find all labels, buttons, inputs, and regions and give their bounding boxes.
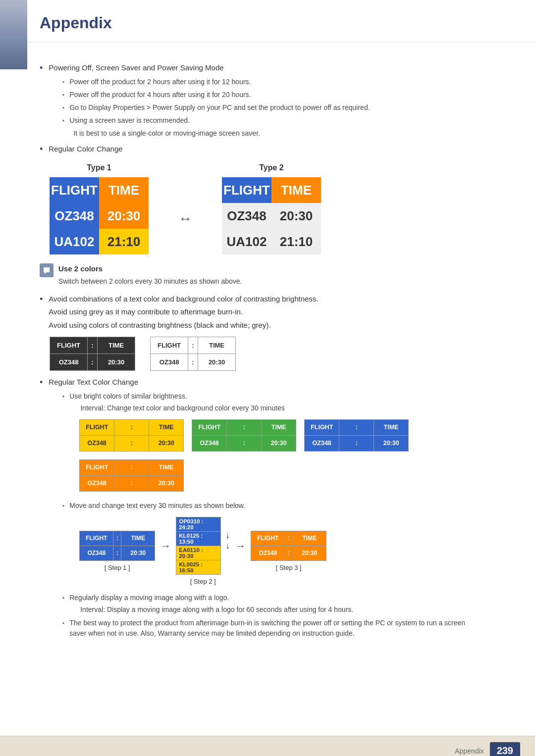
type2-block: Type 2 FLIGHT TIME OZ348 20:30 UA102 21:… xyxy=(222,163,321,254)
step2-table: OP0310 : 24:20 KL0125 : 13:50 EA0110 : 2… xyxy=(176,517,221,575)
type2-time-header: TIME xyxy=(271,177,321,203)
ct4-colon2: : xyxy=(114,475,149,491)
type2-time1: 20:30 xyxy=(271,203,321,229)
type1-time1: 20:30 xyxy=(99,203,149,229)
ct1-colon2: : xyxy=(114,435,149,451)
step2-row1: OP0310 : 24:20 xyxy=(176,517,221,531)
dark-table: FLIGHT : TIME OZ348 : 20:30 xyxy=(50,337,135,371)
sub-bullet-4-4: ▪ xyxy=(62,620,64,626)
ct3-oz: OZ348 xyxy=(305,435,339,451)
step3-label: [ Step 3 ] xyxy=(276,564,302,571)
type-comparison-arrow: ↔ xyxy=(178,211,192,227)
sub-text-4-3: Regularly display a moving image along w… xyxy=(69,593,353,603)
step1-block: FLIGHT : TIME OZ348 : 20:30 xyxy=(79,531,155,571)
bullet-4-label: Regular Text Color Change xyxy=(49,377,505,388)
sub-item-1-2: ▪ Power off the product for 4 hours afte… xyxy=(62,90,370,100)
type2-flight-header: FLIGHT xyxy=(222,177,271,203)
type2-table: FLIGHT TIME OZ348 20:30 UA102 21:10 xyxy=(222,177,321,254)
ct1-flight: FLIGHT xyxy=(80,419,114,435)
ct2-time: TIME xyxy=(262,419,296,435)
step2-down-arrows: ↓ ↓ xyxy=(225,530,230,551)
color-table-1: FLIGHT : TIME OZ348 : 20:30 xyxy=(79,419,184,452)
ct4-val: 20:30 xyxy=(149,475,184,491)
sub-text-4-1: Use bright colors of similar brightness. xyxy=(69,391,505,402)
color-table-3: FLIGHT : TIME OZ348 : 20:30 xyxy=(304,419,409,452)
sub-bullet-4-1: ▪ xyxy=(62,393,64,399)
sub-bullet-1-1: ▪ xyxy=(62,79,64,85)
bullet-item-4: • Regular Text Color Change ▪ Use bright… xyxy=(40,377,505,641)
step3-val: 20:30 xyxy=(293,546,326,560)
step-arrow-2: → xyxy=(235,540,246,553)
step2-label: [ Step 2 ] xyxy=(190,578,216,585)
ct3-val: 20:30 xyxy=(374,435,409,451)
dark-flight: FLIGHT xyxy=(50,337,88,354)
sub-list-4: ▪ Use bright colors of similar brightnes… xyxy=(62,391,505,639)
bullet-item-2: • Regular Color Change xyxy=(40,144,505,155)
type1-oz348: OZ348 xyxy=(50,203,99,229)
type1-time-header: TIME xyxy=(99,177,149,203)
sub-item-1-1: ▪ Power off the product for 2 hours afte… xyxy=(62,77,370,87)
type1-label: Type 1 xyxy=(87,163,111,172)
page-number: 239 xyxy=(490,742,520,756)
ct4-time: TIME xyxy=(149,459,184,475)
bullet-dot-1: • xyxy=(40,63,43,73)
sub-bullet-4-3: ▪ xyxy=(62,595,64,601)
sub-text-1-4: Using a screen saver is recommended. xyxy=(69,115,190,126)
sub-text-4-4: The best way to protect the product from… xyxy=(69,618,476,639)
sub-text-1-2: Power off the product for 4 hours after … xyxy=(69,90,251,100)
footer-label: Appendix xyxy=(455,747,483,755)
main-content: • Powering Off, Screen Saver and Power S… xyxy=(0,43,535,736)
ct1-oz: OZ348 xyxy=(80,435,114,451)
sub-item-4-4: ▪ The best way to protect the product fr… xyxy=(62,618,505,639)
white-oz348: OZ348 xyxy=(151,354,188,371)
step1-time: TIME xyxy=(121,531,155,546)
ct2-colon2: : xyxy=(227,435,262,451)
sub-bullet-4-2: ▪ xyxy=(62,503,64,508)
ct3-colon1: : xyxy=(339,419,374,435)
step3-oz: OZ348 xyxy=(251,546,285,560)
step3-table: FLIGHT : TIME OZ348 : 20:30 xyxy=(251,531,326,561)
color-table-4: FLIGHT : TIME OZ348 : 20:30 xyxy=(79,459,184,492)
ct2-colon1: : xyxy=(227,419,262,435)
bullet-3-line1: Avoid combinations of a text color and b… xyxy=(49,294,318,305)
dark-time: TIME xyxy=(98,337,135,354)
sub-item-4-2: ▪ Move and change text every 30 minutes … xyxy=(62,501,505,590)
sub-bullet-1-2: ▪ xyxy=(62,92,64,98)
bullet-2-label: Regular Color Change xyxy=(49,144,122,155)
type1-time2: 21:10 xyxy=(99,229,149,254)
sub-item-1-3: ▪ Go to Display Properties > Power Suppl… xyxy=(62,102,370,113)
white-time-val: 20:30 xyxy=(198,354,236,371)
dark-time-val: 20:30 xyxy=(98,354,135,371)
step2-row4: KL0025 : 16:50 xyxy=(176,560,221,574)
bullet-item-3: • Avoid combinations of a text color and… xyxy=(40,294,505,331)
bullet-dot-4: • xyxy=(40,377,43,388)
step2-row3: EA0110 : 20:30 xyxy=(176,546,221,560)
color-table-2: FLIGHT : TIME OZ348 : 20:30 xyxy=(192,419,296,452)
step1-table: FLIGHT : TIME OZ348 : 20:30 xyxy=(79,531,155,561)
step3-colon2: : xyxy=(285,546,293,560)
white-flight: FLIGHT xyxy=(151,337,188,354)
note-section-colors: Use 2 colors Switch between 2 colors eve… xyxy=(40,263,505,287)
ct2-flight: FLIGHT xyxy=(192,419,227,435)
ct1-time: TIME xyxy=(149,419,184,435)
white-colon1: : xyxy=(188,337,198,354)
bullet-3-line2: Avoid using grey as it may contribute to… xyxy=(49,306,318,318)
type1-flight-header: FLIGHT xyxy=(50,177,99,203)
page-title: Appendix xyxy=(40,14,535,32)
note-title: Use 2 colors xyxy=(58,263,242,275)
step1-flight: FLIGHT xyxy=(80,531,113,546)
page-footer: Appendix 239 xyxy=(0,736,535,756)
ct2-val: 20:30 xyxy=(262,435,296,451)
ct3-colon2: : xyxy=(339,435,374,451)
bullet-dot-3: • xyxy=(40,294,43,304)
step1-colon1: : xyxy=(113,531,121,546)
white-colon2: : xyxy=(188,354,198,371)
ct3-flight: FLIGHT xyxy=(305,419,339,435)
steps-section: FLIGHT : TIME OZ348 : 20:30 xyxy=(79,517,326,585)
step2-block: OP0310 : 24:20 KL0125 : 13:50 EA0110 : 2… xyxy=(176,517,230,585)
step-arrow-1: → xyxy=(160,540,171,553)
type2-time2: 21:10 xyxy=(271,229,321,254)
white-time: TIME xyxy=(198,337,236,354)
step2-row2: KL0125 : 13:50 xyxy=(176,531,221,546)
sub-bullet-1-4: ▪ xyxy=(62,117,64,123)
